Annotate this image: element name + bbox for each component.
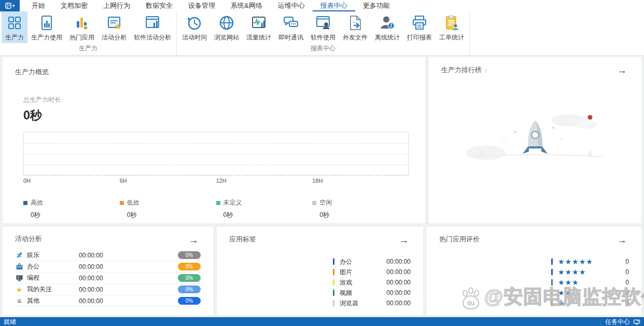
star-icon: ★ bbox=[15, 286, 23, 294]
tag-label: 浏览器 bbox=[340, 299, 386, 308]
ribbon-item-print-report[interactable]: 打印报表 bbox=[403, 11, 436, 43]
tag-time: 00:00:00 bbox=[386, 279, 411, 286]
hot-app-ratings-panel: 热门应用评价 → ★★★★★ 0 ★★★★ 0 ★★★ 0 bbox=[427, 227, 641, 315]
app-menu-button[interactable]: ▾ bbox=[0, 0, 20, 11]
ribbon-item-instant-messaging[interactable]: 即时通讯 bbox=[275, 11, 307, 43]
x-tick: 6H bbox=[120, 178, 127, 184]
legend-item-idle[interactable]: 空闲 0秒 bbox=[312, 198, 409, 220]
activity-analysis-panel: 活动分析 → 娱乐 00:00:00 0% 办公 00:00:00 0% 编程 … bbox=[3, 227, 213, 315]
ribbon-item-productivity-usage[interactable]: 生产力使用 bbox=[27, 11, 66, 43]
ribbon-item-activity-analysis[interactable]: 活动分析 bbox=[98, 11, 130, 43]
ribbon-item-label: 工单统计 bbox=[439, 33, 464, 42]
ribbon-item-label: 生产力使用 bbox=[31, 33, 62, 42]
tag-label: 视频 bbox=[340, 289, 386, 297]
tag-time: 00:00:00 bbox=[386, 289, 411, 296]
legend-value: 0秒 bbox=[319, 211, 409, 220]
ribbon-item-traffic-stats[interactable]: 流量统计 bbox=[243, 11, 275, 43]
rating-row-5-star[interactable]: ★★★★★ 0 bbox=[551, 256, 629, 267]
rating-count: 0 bbox=[625, 300, 629, 307]
ribbon-item-work-order-stats[interactable]: 工单统计 bbox=[436, 11, 468, 43]
rating-row-1-star[interactable]: ★ 0 bbox=[551, 298, 629, 308]
status-bar: 就绪 ↓ 任务中心 bbox=[0, 317, 644, 326]
legend-item-inefficient[interactable]: 低效 0秒 bbox=[120, 198, 216, 220]
task-center-button[interactable]: ↓ 任务中心 bbox=[599, 318, 641, 326]
activity-row-programming: 编程 00:00:00 0% bbox=[15, 273, 201, 284]
ribbon-item-label: 活动时间 bbox=[182, 33, 207, 42]
x-tick: 12H bbox=[216, 178, 227, 184]
ribbon-item-activity-time[interactable]: 活动时间 bbox=[178, 11, 211, 43]
dashboard-content: 生产力概览 总生产力时长 0秒 0H 6H 12H 18H 高效 0秒 低 bbox=[0, 56, 644, 317]
ribbon-item-productivity[interactable]: 生产力 bbox=[2, 11, 27, 43]
legend-item-efficient[interactable]: 高效 0秒 bbox=[23, 198, 120, 220]
app-tag-row-pictures[interactable]: 图片 00:00:00 bbox=[333, 267, 411, 277]
app-tag-row-video[interactable]: 视频 00:00:00 bbox=[333, 288, 411, 298]
clock-history-icon bbox=[186, 13, 203, 33]
app-tags-legend: 办公 00:00:00 图片 00:00:00 游戏 00:00:00 视频 0… bbox=[333, 256, 411, 308]
menu-tab-report-center[interactable]: 报表中心 bbox=[313, 0, 355, 11]
activity-percent-badge: 0% bbox=[178, 286, 201, 293]
ribbon-toolbar: 生产力 生产力使用 热门应用 活动分析 bbox=[0, 11, 644, 56]
ribbon-item-software-usage[interactable]: 软件使用 bbox=[307, 11, 339, 43]
tag-color-bar bbox=[333, 290, 334, 296]
ribbon-item-software-activity[interactable]: 软件活动分析 bbox=[130, 11, 175, 43]
activity-time: 00:00:00 bbox=[79, 286, 178, 293]
monitor-icon bbox=[633, 319, 640, 325]
tag-color-bar bbox=[333, 259, 334, 265]
traffic-chart-icon bbox=[250, 13, 268, 33]
activity-row-office: 办公 00:00:00 0% bbox=[15, 261, 201, 273]
legend-label: 低效 bbox=[127, 198, 139, 207]
panel-title: 热门应用评价 bbox=[439, 235, 480, 243]
chart-legend: 高效 0秒 低效 0秒 未定义 0秒 空闲 0秒 bbox=[23, 198, 409, 220]
ribbon-item-label: 浏览网站 bbox=[214, 33, 239, 42]
chat-bubbles-icon bbox=[282, 13, 300, 33]
monitor-code-icon bbox=[15, 274, 23, 282]
ribbon-group-label: 报表中心 bbox=[178, 43, 468, 55]
menu-tab-data-security[interactable]: 数据安全 bbox=[138, 0, 180, 11]
open-activity-arrow-icon[interactable]: → bbox=[189, 235, 199, 245]
rating-row-3-star[interactable]: ★★★ 0 bbox=[551, 277, 629, 288]
menu-tab-device-mgmt[interactable]: 设备管理 bbox=[180, 0, 223, 11]
legend-item-undefined[interactable]: 未定义 0秒 bbox=[216, 198, 313, 220]
open-ratings-arrow-icon[interactable]: → bbox=[617, 235, 627, 245]
tag-label: 图片 bbox=[340, 268, 386, 277]
app-tag-row-office[interactable]: 办公 00:00:00 bbox=[333, 256, 411, 267]
menu-tab-start[interactable]: 开始 bbox=[24, 0, 53, 11]
ratings-rows: ★★★★★ 0 ★★★★ 0 ★★★ 0 ★★ 0 bbox=[551, 256, 629, 308]
rating-row-2-star[interactable]: ★★ 0 bbox=[551, 288, 629, 298]
app-window-icon bbox=[5, 3, 11, 9]
ribbon-item-label: 流量统计 bbox=[246, 33, 271, 42]
menu-tab-more[interactable]: 更多功能 bbox=[355, 0, 398, 11]
menu-tab-doc-encryption[interactable]: 文档加密 bbox=[53, 0, 95, 11]
open-ranking-arrow-icon[interactable]: → bbox=[617, 65, 627, 75]
activity-row-other: ≡其他 00:00:00 0% bbox=[15, 295, 201, 307]
ribbon-item-label: 生产力 bbox=[5, 33, 24, 42]
briefcase-icon bbox=[15, 263, 23, 271]
chart-x-axis: 0H 6H 12H 18H bbox=[23, 178, 409, 185]
ribbon-item-hot-apps[interactable]: 热门应用 bbox=[66, 11, 98, 43]
rating-row-4-star[interactable]: ★★★★ 0 bbox=[551, 267, 629, 277]
legend-label: 高效 bbox=[31, 198, 43, 207]
document-arrow-icon bbox=[346, 13, 364, 33]
sort-icon[interactable]: ↕ bbox=[484, 67, 487, 73]
app-tag-row-browser[interactable]: 浏览器 00:00:00 bbox=[333, 298, 411, 308]
ribbon-item-offline-stats[interactable]: 离线统计 bbox=[371, 11, 403, 43]
dropdown-caret-icon: ▾ bbox=[12, 4, 15, 8]
menu-tabs: 开始 文档加密 上网行为 数据安全 设备管理 系统&网络 运维中心 报表中心 更… bbox=[24, 0, 398, 11]
ribbon-group-label: 生产力 bbox=[2, 43, 175, 55]
activity-label: 编程 bbox=[27, 274, 39, 282]
menu-tab-system-network[interactable]: 系统&网络 bbox=[223, 0, 270, 11]
ribbon-item-browse-websites[interactable]: 浏览网站 bbox=[211, 11, 243, 43]
ribbon-item-outgoing-files[interactable]: 外发文件 bbox=[339, 11, 371, 43]
chart-gridline bbox=[24, 143, 408, 144]
legend-label: 空闲 bbox=[319, 198, 332, 207]
menu-tab-ops-center[interactable]: 运维中心 bbox=[270, 0, 313, 11]
tag-time: 00:00:00 bbox=[386, 300, 411, 307]
open-app-tags-arrow-icon[interactable]: → bbox=[399, 235, 409, 245]
ribbon-item-label: 打印报表 bbox=[407, 33, 432, 42]
status-text: 就绪 bbox=[4, 318, 16, 326]
legend-swatch bbox=[23, 201, 27, 205]
menu-tab-web-behavior[interactable]: 上网行为 bbox=[95, 0, 138, 11]
activity-row-my-focus: ★我的关注 00:00:00 0% bbox=[15, 284, 201, 295]
rating-color-bar bbox=[551, 290, 553, 296]
app-tag-row-games[interactable]: 游戏 00:00:00 bbox=[333, 277, 411, 288]
